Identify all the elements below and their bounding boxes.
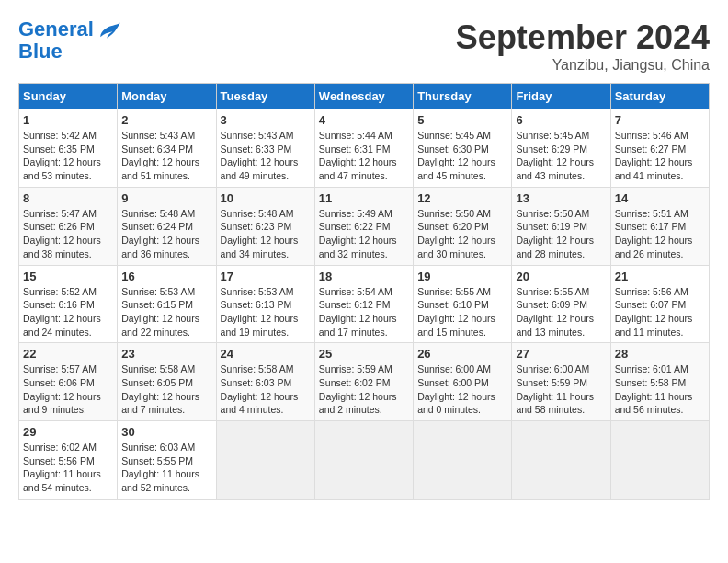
- sunrise-label: Sunrise: 5:45 AM: [417, 130, 491, 141]
- sunset-label: Sunset: 5:55 PM: [121, 455, 193, 466]
- calendar-cell: 26 Sunrise: 6:00 AM Sunset: 6:00 PM Dayl…: [414, 343, 512, 421]
- calendar-header-thursday: Thursday: [414, 84, 512, 109]
- day-number: 25: [319, 347, 409, 361]
- daylight-label: Daylight: 12 hours and 38 minutes.: [23, 235, 101, 259]
- sunrise-label: Sunrise: 5:53 AM: [121, 286, 195, 297]
- day-info: Sunrise: 5:51 AM Sunset: 6:17 PM Dayligh…: [615, 207, 705, 261]
- daylight-label: Daylight: 11 hours and 56 minutes.: [615, 391, 693, 416]
- day-number: 15: [23, 270, 113, 283]
- sunset-label: Sunset: 6:30 PM: [417, 144, 489, 155]
- day-info: Sunrise: 5:45 AM Sunset: 6:29 PM Dayligh…: [516, 129, 606, 183]
- day-info: Sunrise: 5:58 AM Sunset: 6:03 PM Dayligh…: [221, 362, 311, 417]
- daylight-label: Daylight: 12 hours and 45 minutes.: [417, 156, 495, 181]
- calendar-week-3: 15 Sunrise: 5:52 AM Sunset: 6:16 PM Dayl…: [19, 265, 710, 343]
- day-info: Sunrise: 5:47 AM Sunset: 6:26 PM Dayligh…: [23, 207, 113, 261]
- sunrise-label: Sunrise: 6:02 AM: [23, 442, 97, 453]
- calendar-cell: 19 Sunrise: 5:55 AM Sunset: 6:10 PM Dayl…: [414, 265, 512, 343]
- sunrise-label: Sunrise: 5:58 AM: [221, 363, 294, 374]
- day-number: 30: [121, 425, 211, 439]
- calendar-header-row: SundayMondayTuesdayWednesdayThursdayFrid…: [19, 84, 710, 109]
- sunset-label: Sunset: 6:16 PM: [23, 299, 95, 310]
- calendar-cell: 4 Sunrise: 5:44 AM Sunset: 6:31 PM Dayli…: [314, 109, 413, 188]
- day-number: 20: [516, 270, 606, 283]
- day-number: 7: [615, 113, 705, 127]
- day-info: Sunrise: 6:01 AM Sunset: 5:58 PM Dayligh…: [615, 362, 705, 417]
- day-number: 24: [221, 347, 311, 361]
- daylight-label: Daylight: 12 hours and 2 minutes.: [319, 391, 397, 416]
- daylight-label: Daylight: 12 hours and 17 minutes.: [319, 313, 397, 338]
- calendar-cell: 23 Sunrise: 5:58 AM Sunset: 6:05 PM Dayl…: [118, 343, 216, 421]
- sunrise-label: Sunrise: 5:58 AM: [121, 363, 195, 374]
- daylight-label: Daylight: 12 hours and 0 minutes.: [417, 391, 495, 416]
- daylight-label: Daylight: 12 hours and 22 minutes.: [121, 313, 199, 338]
- calendar-cell: [314, 421, 413, 500]
- day-info: Sunrise: 6:02 AM Sunset: 5:56 PM Dayligh…: [23, 441, 113, 495]
- calendar-week-5: 29 Sunrise: 6:02 AM Sunset: 5:56 PM Dayl…: [19, 421, 710, 500]
- daylight-label: Daylight: 12 hours and 53 minutes.: [23, 156, 101, 181]
- sunset-label: Sunset: 6:33 PM: [221, 144, 292, 155]
- daylight-label: Daylight: 12 hours and 15 minutes.: [417, 313, 495, 338]
- day-info: Sunrise: 6:00 AM Sunset: 6:00 PM Dayligh…: [417, 362, 507, 417]
- day-number: 9: [121, 191, 211, 205]
- calendar-cell: 9 Sunrise: 5:48 AM Sunset: 6:24 PM Dayli…: [118, 187, 216, 265]
- calendar-cell: 8 Sunrise: 5:47 AM Sunset: 6:26 PM Dayli…: [19, 187, 118, 265]
- day-info: Sunrise: 6:00 AM Sunset: 5:59 PM Dayligh…: [516, 362, 606, 417]
- day-info: Sunrise: 5:42 AM Sunset: 6:35 PM Dayligh…: [23, 129, 113, 183]
- calendar-cell: 18 Sunrise: 5:54 AM Sunset: 6:12 PM Dayl…: [314, 265, 413, 343]
- day-info: Sunrise: 5:53 AM Sunset: 6:15 PM Dayligh…: [121, 285, 211, 339]
- calendar-cell: 17 Sunrise: 5:53 AM Sunset: 6:13 PM Dayl…: [216, 265, 314, 343]
- calendar-week-4: 22 Sunrise: 5:57 AM Sunset: 6:06 PM Dayl…: [19, 343, 710, 421]
- sunset-label: Sunset: 6:35 PM: [23, 144, 95, 155]
- day-info: Sunrise: 5:55 AM Sunset: 6:10 PM Dayligh…: [417, 285, 507, 339]
- daylight-label: Daylight: 11 hours and 52 minutes.: [121, 468, 199, 493]
- daylight-label: Daylight: 12 hours and 51 minutes.: [121, 156, 199, 181]
- calendar-cell: 20 Sunrise: 5:55 AM Sunset: 6:09 PM Dayl…: [512, 265, 610, 343]
- sunset-label: Sunset: 6:24 PM: [121, 221, 193, 232]
- sunset-label: Sunset: 6:05 PM: [121, 377, 193, 388]
- daylight-label: Daylight: 12 hours and 43 minutes.: [516, 156, 594, 181]
- calendar-cell: 25 Sunrise: 5:59 AM Sunset: 6:02 PM Dayl…: [314, 343, 413, 421]
- sunrise-label: Sunrise: 5:46 AM: [615, 130, 688, 141]
- sunset-label: Sunset: 6:26 PM: [23, 221, 95, 232]
- sunset-label: Sunset: 6:34 PM: [121, 144, 193, 155]
- sunrise-label: Sunrise: 5:52 AM: [23, 286, 97, 297]
- sunset-label: Sunset: 6:13 PM: [221, 299, 292, 310]
- day-info: Sunrise: 5:55 AM Sunset: 6:09 PM Dayligh…: [516, 285, 606, 339]
- daylight-label: Daylight: 12 hours and 19 minutes.: [221, 313, 299, 338]
- sunrise-label: Sunrise: 6:01 AM: [615, 363, 688, 374]
- sunset-label: Sunset: 6:12 PM: [319, 299, 391, 310]
- day-info: Sunrise: 5:44 AM Sunset: 6:31 PM Dayligh…: [319, 129, 409, 183]
- sunrise-label: Sunrise: 5:56 AM: [615, 286, 688, 297]
- day-info: Sunrise: 5:57 AM Sunset: 6:06 PM Dayligh…: [23, 362, 113, 417]
- day-info: Sunrise: 5:46 AM Sunset: 6:27 PM Dayligh…: [615, 129, 705, 183]
- calendar-cell: 13 Sunrise: 5:50 AM Sunset: 6:19 PM Dayl…: [512, 187, 610, 265]
- sunrise-label: Sunrise: 5:48 AM: [221, 208, 294, 219]
- sunset-label: Sunset: 6:31 PM: [319, 144, 391, 155]
- day-number: 1: [23, 113, 113, 127]
- logo-general: General: [18, 17, 94, 40]
- calendar-cell: 28 Sunrise: 6:01 AM Sunset: 5:58 PM Dayl…: [610, 343, 709, 421]
- logo: General Blue: [18, 18, 121, 63]
- calendar-cell: 12 Sunrise: 5:50 AM Sunset: 6:20 PM Dayl…: [414, 187, 512, 265]
- calendar-cell: 15 Sunrise: 5:52 AM Sunset: 6:16 PM Dayl…: [19, 265, 118, 343]
- daylight-label: Daylight: 12 hours and 11 minutes.: [615, 313, 693, 338]
- sunrise-label: Sunrise: 5:43 AM: [221, 130, 294, 141]
- day-number: 19: [417, 270, 507, 283]
- sunrise-label: Sunrise: 5:55 AM: [516, 286, 589, 297]
- calendar-header-sunday: Sunday: [19, 84, 118, 109]
- calendar-cell: [512, 421, 610, 500]
- sunrise-label: Sunrise: 5:49 AM: [319, 208, 392, 219]
- day-number: 26: [417, 347, 507, 361]
- day-number: 4: [319, 113, 409, 127]
- sunset-label: Sunset: 5:58 PM: [615, 377, 687, 388]
- day-info: Sunrise: 5:48 AM Sunset: 6:24 PM Dayligh…: [121, 207, 211, 261]
- daylight-label: Daylight: 12 hours and 47 minutes.: [319, 156, 397, 181]
- calendar-cell: 29 Sunrise: 6:02 AM Sunset: 5:56 PM Dayl…: [19, 421, 118, 500]
- day-info: Sunrise: 5:50 AM Sunset: 6:19 PM Dayligh…: [516, 207, 606, 261]
- sunset-label: Sunset: 6:23 PM: [221, 221, 292, 232]
- day-info: Sunrise: 5:59 AM Sunset: 6:02 PM Dayligh…: [319, 362, 409, 417]
- sunrise-label: Sunrise: 5:45 AM: [516, 130, 589, 141]
- sunset-label: Sunset: 6:29 PM: [516, 144, 587, 155]
- sunset-label: Sunset: 6:02 PM: [319, 377, 391, 388]
- calendar-week-2: 8 Sunrise: 5:47 AM Sunset: 6:26 PM Dayli…: [19, 187, 710, 265]
